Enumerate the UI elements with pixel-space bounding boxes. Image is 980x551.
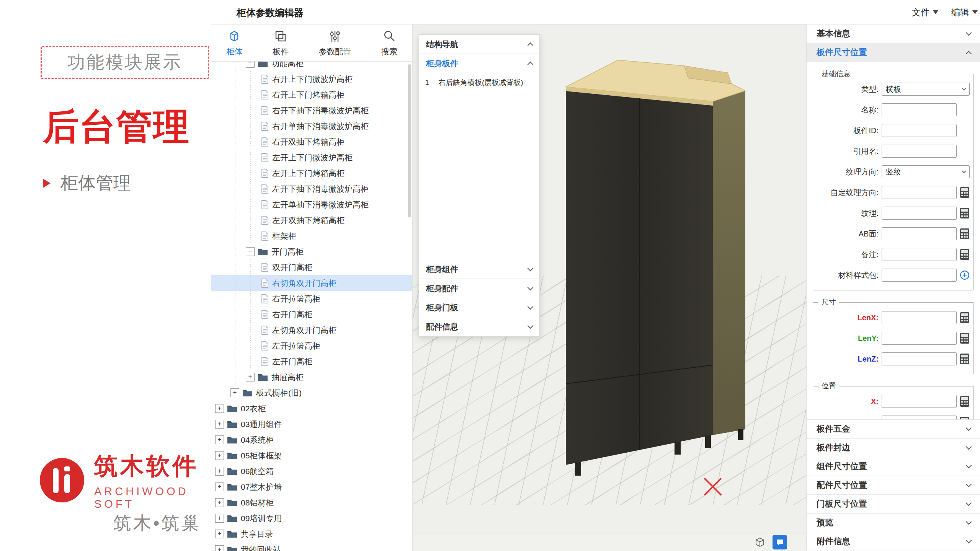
expand-icon[interactable]: + bbox=[215, 451, 224, 460]
text-field[interactable] bbox=[882, 227, 957, 240]
tree-item[interactable]: 左开单抽下消毒微波炉高柜 bbox=[211, 197, 412, 212]
props-section-header[interactable]: 配件尺寸位置 bbox=[807, 476, 980, 495]
tree-item[interactable]: 双开门高柜 bbox=[211, 259, 412, 275]
dropdown-field[interactable]: 横板 bbox=[882, 83, 970, 96]
tree-item[interactable]: +03通用组件 bbox=[211, 416, 412, 432]
tree-item[interactable]: 左开上下门烤箱高柜 bbox=[211, 165, 412, 181]
add-icon[interactable] bbox=[960, 270, 970, 280]
props-section-header[interactable]: 基本信息 bbox=[807, 24, 980, 43]
text-field[interactable] bbox=[882, 103, 957, 116]
field-row: LenX: bbox=[816, 307, 970, 328]
expand-icon[interactable]: + bbox=[215, 483, 224, 491]
calculator-icon[interactable] bbox=[960, 353, 970, 365]
tree-item[interactable]: 左开双抽下烤箱高柜 bbox=[211, 212, 412, 228]
tree-item[interactable]: 右开上下门微波炉高柜 bbox=[211, 71, 412, 87]
toolbar-cabinet-button[interactable]: 柜体 bbox=[226, 29, 242, 57]
props-section-header[interactable]: 组件尺寸位置 bbox=[807, 457, 980, 476]
expand-icon[interactable]: + bbox=[215, 530, 224, 538]
tree-item[interactable]: 右开下抽下消毒微波炉高柜 bbox=[211, 103, 412, 118]
tree-item[interactable]: 右开拉篮高柜 bbox=[211, 291, 412, 306]
calculator-icon[interactable] bbox=[960, 312, 970, 323]
tree-item[interactable]: 右开双抽下烤箱高柜 bbox=[211, 134, 412, 150]
collapse-icon[interactable]: − bbox=[246, 62, 255, 68]
structure-panel-header[interactable]: 结构导航 bbox=[419, 35, 539, 54]
text-field[interactable] bbox=[882, 352, 957, 365]
props-section-header[interactable]: 门板尺寸位置 bbox=[807, 495, 980, 514]
text-field[interactable] bbox=[882, 124, 957, 137]
structure-section-header[interactable]: 配件信息 bbox=[419, 317, 539, 336]
expand-icon[interactable]: + bbox=[215, 514, 224, 523]
tree-item[interactable]: 右切角双开门高柜 bbox=[211, 275, 412, 291]
structure-section-header[interactable]: 柜身门板 bbox=[419, 298, 539, 317]
toolbar-board-button[interactable]: 板件 bbox=[273, 29, 289, 57]
expand-icon[interactable]: + bbox=[230, 388, 239, 397]
tree-item[interactable]: +抽屉高柜 bbox=[211, 369, 412, 385]
tag-tool-button[interactable] bbox=[773, 535, 787, 549]
tree-item[interactable]: 右开门高柜 bbox=[211, 306, 412, 322]
menu-file[interactable]: 文件 bbox=[912, 7, 938, 18]
text-field[interactable] bbox=[882, 416, 957, 420]
calculator-icon[interactable] bbox=[960, 416, 970, 420]
structure-section-header[interactable]: 柜身板件 bbox=[419, 54, 539, 73]
props-section-header[interactable]: 板件封边 bbox=[807, 439, 980, 457]
tree-item[interactable]: +板式橱柜(旧) bbox=[211, 385, 412, 401]
tree-item[interactable]: −开门高柜 bbox=[211, 244, 412, 259]
structure-section-label: 柜身门板 bbox=[426, 302, 458, 313]
expand-icon[interactable]: + bbox=[215, 545, 224, 551]
props-section-header[interactable]: 板件五金 bbox=[807, 420, 980, 439]
tree-item[interactable]: +共享目录 bbox=[211, 526, 412, 542]
props-section-header[interactable]: 附件信息 bbox=[807, 532, 980, 551]
tree-item[interactable]: +09培训专用 bbox=[211, 510, 412, 526]
tree-item[interactable]: +02衣柜 bbox=[211, 401, 412, 416]
structure-section-label: 柜身组件 bbox=[426, 264, 458, 275]
expand-icon[interactable]: + bbox=[215, 435, 224, 444]
tree-item[interactable]: 框架柜 bbox=[211, 228, 412, 244]
calculator-icon[interactable] bbox=[960, 249, 970, 260]
box-tool-button[interactable] bbox=[753, 535, 767, 549]
expand-icon[interactable]: + bbox=[215, 467, 224, 476]
text-field[interactable] bbox=[882, 186, 957, 199]
props-section-header[interactable]: 预览 bbox=[807, 514, 980, 532]
chevron-down-icon bbox=[966, 519, 972, 525]
tree-item[interactable]: 右开单抽下消毒微波炉高柜 bbox=[211, 118, 412, 134]
structure-section-header[interactable]: 柜身配件 bbox=[419, 279, 539, 298]
tree-item[interactable]: +08铝材柜 bbox=[211, 495, 412, 510]
tree-item[interactable]: +06航空箱 bbox=[211, 463, 412, 479]
text-field[interactable] bbox=[882, 332, 957, 345]
calculator-icon[interactable] bbox=[960, 228, 970, 240]
tree-item[interactable]: −功能高柜 bbox=[211, 62, 412, 71]
expand-icon[interactable]: + bbox=[215, 420, 224, 429]
structure-section-header[interactable]: 柜身组件 bbox=[419, 260, 539, 279]
text-field[interactable] bbox=[882, 145, 957, 158]
text-field[interactable] bbox=[882, 311, 957, 324]
expand-icon[interactable]: + bbox=[215, 498, 224, 507]
tree-item[interactable]: 左开上下门微波炉高柜 bbox=[211, 150, 412, 165]
menu-edit[interactable]: 编辑 bbox=[951, 7, 978, 18]
calculator-icon[interactable] bbox=[960, 187, 970, 198]
collapse-icon[interactable]: − bbox=[246, 247, 255, 256]
text-field[interactable] bbox=[882, 269, 957, 282]
tree-scrollbar[interactable] bbox=[408, 64, 411, 217]
tree-item[interactable]: 右开上下门烤箱高柜 bbox=[211, 87, 412, 103]
tree-item[interactable]: +07整木护墙 bbox=[211, 479, 412, 495]
tree-item[interactable]: 左开门高柜 bbox=[211, 354, 412, 369]
props-section-header[interactable]: 板件尺寸位置 bbox=[807, 43, 980, 62]
text-field[interactable] bbox=[882, 248, 957, 261]
tree-item[interactable]: +我的回收站 bbox=[211, 542, 412, 551]
text-field[interactable] bbox=[882, 207, 957, 220]
toolbar-params-button[interactable]: 参数配置 bbox=[319, 29, 351, 57]
calculator-icon[interactable] bbox=[960, 396, 970, 407]
tree-item[interactable]: 左开拉篮高柜 bbox=[211, 338, 412, 354]
expand-icon[interactable]: + bbox=[215, 404, 224, 413]
tree-item[interactable]: 左开下抽下消毒微波炉高柜 bbox=[211, 181, 412, 197]
tree-item[interactable]: +05柜体框架 bbox=[211, 448, 412, 463]
text-field[interactable] bbox=[882, 395, 957, 408]
expand-icon[interactable]: + bbox=[246, 373, 255, 381]
calculator-icon[interactable] bbox=[960, 207, 970, 219]
calculator-icon[interactable] bbox=[960, 333, 970, 344]
structure-row[interactable]: 1右后缺角横板(层板减背板) bbox=[419, 73, 539, 92]
tree-item[interactable]: +04系统柜 bbox=[211, 432, 412, 448]
tree-item[interactable]: 左切角双开门高柜 bbox=[211, 322, 412, 338]
dropdown-field[interactable]: 竖纹 bbox=[882, 165, 970, 178]
toolbar-search-button[interactable]: 搜索 bbox=[381, 29, 397, 57]
